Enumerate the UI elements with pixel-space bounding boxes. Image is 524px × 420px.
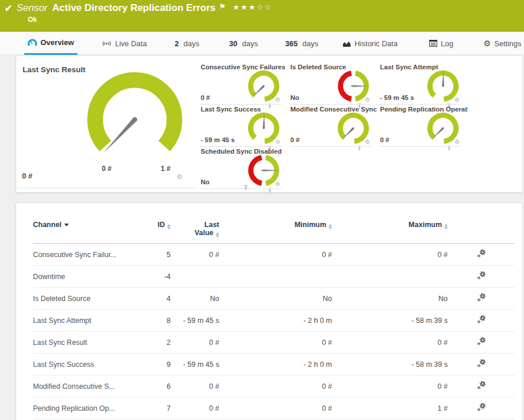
cell-last-value: 0 # — [171, 332, 219, 354]
gauge-value: - 59 m 45 s — [201, 136, 235, 143]
channels-table: Channel ID LastValue Minimum Maximum Con… — [33, 218, 515, 420]
cell-channel[interactable]: Is Deleted Source — [33, 288, 126, 310]
cell-channel[interactable]: Consecutive Sync Failur... — [33, 244, 126, 266]
cell-id: 6 — [126, 376, 171, 397]
tab-overview[interactable]: Overview — [24, 32, 78, 55]
gauge-value: 0 # — [201, 94, 210, 101]
channel-settings-icon[interactable] — [477, 271, 486, 280]
channel-settings-icon[interactable] — [477, 249, 486, 258]
cell-channel[interactable]: Pending Replication Op... — [33, 397, 126, 419]
sort-icon — [167, 224, 171, 229]
tab-settings[interactable]: ⚙Settings — [480, 32, 524, 55]
sort-icon — [216, 232, 219, 237]
gauge-tile-consecutive-sync-failures: Consecutive Sync Failures0 #⚙ — [200, 62, 290, 104]
cell-last-value: 0 # — [171, 397, 219, 419]
cell-maximum: 0 # — [332, 332, 448, 354]
table-row: Downtime-4 — [33, 266, 515, 288]
last-sync-result-gauge — [83, 68, 187, 172]
gauge-tile-last-sync-result: Last Sync Result 0 # 1 # 0 # ⚙ — [16, 56, 198, 192]
cell-id: 5 — [126, 244, 171, 266]
column-header-channel[interactable]: Channel — [33, 218, 126, 244]
cell-minimum: 0 # — [219, 244, 332, 266]
cell-last-value: 0 # — [171, 376, 219, 397]
gauge-tile-actions: ⚙ — [275, 139, 281, 145]
cell-minimum: - 2 h 0 m — [219, 310, 332, 332]
gauge-tile-actions: ⚙ — [455, 97, 460, 103]
cell-id: 2 — [126, 332, 171, 354]
gauge-tile-actions: ⚙ — [275, 97, 281, 103]
cell-minimum: 0 # — [219, 397, 332, 419]
sort-desc-icon — [64, 224, 69, 226]
priority-stars[interactable]: ★★★☆☆ — [233, 3, 272, 12]
cell-id: -4 — [126, 266, 171, 288]
sensor-title: Active Directory Replication Errors — [52, 2, 215, 14]
table-header-row: Channel ID LastValue Minimum Maximum — [33, 218, 515, 244]
small-gauges-grid: Consecutive Sync Failures0 #⚙Is Deleted … — [200, 62, 522, 192]
channel-settings-icon[interactable] — [477, 337, 486, 346]
gear-icon[interactable]: ⚙ — [275, 139, 281, 145]
tile-divider — [290, 146, 371, 147]
gauge-scale-min: 0 # — [102, 165, 112, 173]
gauge-tile-actions: ⚙ — [455, 139, 460, 145]
gauge-value: 0 # — [22, 172, 32, 180]
gauge-tile-actions: ⚙ — [176, 173, 183, 180]
gear-icon[interactable]: ⚙ — [275, 97, 281, 103]
sensor-type-label: Sensor — [16, 2, 47, 14]
gear-icon[interactable]: ⚙ — [176, 173, 183, 180]
tab-log[interactable]: Log — [426, 32, 457, 55]
cell-channel[interactable]: Last Sync Attempt — [33, 310, 126, 332]
gear-icon[interactable]: ⚙ — [365, 97, 370, 103]
gear-icon[interactable]: ⚙ — [455, 139, 460, 145]
table-row: Modified Consecutive S...60 #0 #0 # — [33, 376, 515, 397]
gauge-tile-pending-replication-operatio: Pending Replication Operatio...0 #⚙ — [379, 104, 469, 146]
table-row: Is Deleted Source4NoNoNo — [33, 288, 515, 310]
flag-icon[interactable]: ⚑ — [219, 2, 226, 11]
tile-divider — [200, 188, 282, 189]
cell-channel[interactable]: Modified Consecutive S... — [33, 376, 126, 397]
gear-icon[interactable]: ⚙ — [455, 97, 460, 103]
cell-minimum: 0 # — [219, 332, 332, 354]
gear-icon[interactable]: ⚙ — [365, 139, 370, 145]
tab-2-days[interactable]: 2days — [171, 32, 203, 55]
table-row: Consecutive Sync Failur...50 #0 #0 # — [33, 244, 515, 266]
cell-maximum: - 58 m 39 s — [332, 354, 448, 376]
gauge-scale-max: 1 # — [161, 165, 171, 173]
gauge-tile-scheduled-sync-disabled: Scheduled Sync DisabledNo⚙ — [200, 146, 290, 188]
channel-settings-icon[interactable] — [477, 381, 486, 390]
cell-maximum: No — [332, 288, 448, 310]
cell-maximum — [332, 266, 448, 288]
column-header-last-value[interactable]: LastValue — [171, 218, 219, 244]
cell-last-value — [171, 266, 219, 288]
cell-channel[interactable]: Downtime — [33, 266, 126, 288]
tab-30-days[interactable]: 30days — [226, 32, 261, 55]
cell-maximum: 0 # — [332, 376, 448, 397]
channels-panel: Channel ID LastValue Minimum Maximum Con… — [16, 203, 522, 420]
column-header-minimum[interactable]: Minimum — [219, 218, 332, 244]
sort-icon — [444, 224, 448, 229]
channel-settings-icon[interactable] — [477, 359, 486, 368]
gauge-tile-last-sync-attempt: Last Sync Attempt- 59 m 45 s⚙ — [379, 62, 469, 104]
gauge-tile-actions: ⚙ — [275, 181, 281, 187]
gauge-value: No — [201, 179, 209, 185]
tab-bar: OverviewLive Data2days30days365daysHisto… — [0, 32, 524, 55]
sensor-header: ✔ Sensor Active Directory Replication Er… — [0, 0, 524, 32]
tile-divider — [379, 146, 461, 147]
table-row: Pending Replication Op...70 #0 #1 # — [33, 397, 515, 419]
tab-365-days[interactable]: 365days — [282, 32, 322, 55]
column-header-id[interactable]: ID — [126, 218, 171, 244]
channel-settings-icon[interactable] — [477, 403, 486, 412]
cell-last-value: - 59 m 45 s — [171, 310, 219, 332]
tab-live-data[interactable]: Live Data — [98, 32, 150, 55]
cell-channel[interactable]: Last Sync Result — [33, 332, 126, 354]
gear-icon[interactable]: ⚙ — [275, 181, 281, 187]
cell-minimum: No — [219, 288, 332, 310]
cell-id: 9 — [126, 354, 171, 376]
channel-settings-icon[interactable] — [477, 315, 486, 324]
column-header-maximum[interactable]: Maximum — [332, 218, 448, 244]
tile-divider — [16, 188, 197, 188]
tab-historic-data[interactable]: Historic Data — [339, 32, 401, 55]
channel-settings-icon[interactable] — [477, 293, 486, 302]
gauge-value: - 59 m 45 s — [380, 94, 414, 101]
gauge-value: 0 # — [380, 136, 389, 143]
cell-channel[interactable]: Last Sync Success — [33, 354, 126, 376]
